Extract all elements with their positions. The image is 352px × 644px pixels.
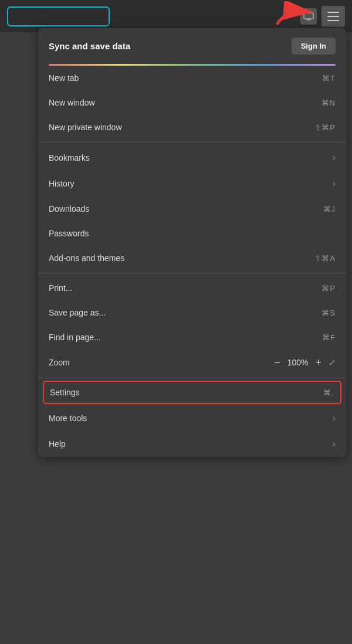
find-shortcut: ⌘F: [322, 333, 336, 342]
divider-2: [38, 273, 346, 273]
hamburger-button[interactable]: [321, 6, 345, 27]
more-tools-label: More tools: [49, 413, 87, 423]
settings-shortcut: ⌘,: [323, 388, 334, 397]
menu-item-bookmarks[interactable]: Bookmarks ›: [38, 145, 346, 171]
new-private-shortcut: ⇧⌘P: [314, 123, 336, 132]
new-tab-label: New tab: [49, 73, 79, 83]
new-private-label: New private window: [49, 123, 122, 132]
top-right-icons: [300, 6, 345, 27]
menu-item-print[interactable]: Print... ⌘P: [38, 276, 346, 300]
find-label: Find in page...: [49, 333, 101, 342]
hamburger-line-2: [327, 16, 339, 17]
save-page-shortcut: ⌘S: [321, 309, 336, 317]
addons-label: Add-ons and themes: [49, 253, 124, 263]
zoom-row: Zoom − 100% + ⤢: [38, 350, 346, 375]
zoom-label: Zoom: [49, 358, 70, 367]
zoom-increase-button[interactable]: +: [315, 357, 321, 368]
menu-item-new-window[interactable]: New window ⌘N: [38, 90, 346, 115]
browser-menu: Sync and save data Sign In New tab ⌘T Ne…: [38, 28, 346, 457]
menu-item-find[interactable]: Find in page... ⌘F: [38, 325, 346, 350]
zoom-value: 100%: [287, 358, 309, 367]
help-chevron-icon: ›: [333, 439, 336, 449]
passwords-label: Passwords: [49, 229, 89, 238]
sign-in-button[interactable]: Sign In: [292, 38, 336, 55]
divider-1: [38, 142, 346, 143]
menu-item-passwords[interactable]: Passwords: [38, 221, 346, 246]
hamburger-line-3: [327, 20, 339, 21]
new-window-label: New window: [49, 98, 95, 107]
menu-item-help[interactable]: Help ›: [38, 431, 346, 457]
menu-item-new-private-window[interactable]: New private window ⇧⌘P: [38, 115, 346, 140]
hamburger-line-1: [327, 12, 339, 13]
downloads-shortcut: ⌘J: [323, 205, 336, 213]
menu-item-new-tab[interactable]: New tab ⌘T: [38, 66, 346, 90]
sync-header: Sync and save data Sign In: [38, 28, 346, 64]
history-label: History: [49, 179, 75, 188]
zoom-expand-icon[interactable]: ⤢: [329, 358, 336, 367]
zoom-controls: − 100% + ⤢: [274, 357, 336, 368]
new-window-shortcut: ⌘N: [321, 99, 336, 107]
new-tab-shortcut: ⌘T: [322, 74, 336, 83]
downloads-label: Downloads: [49, 204, 89, 213]
print-shortcut: ⌘P: [321, 284, 336, 293]
bookmarks-label: Bookmarks: [49, 153, 90, 162]
divider-3: [38, 378, 346, 378]
zoom-decrease-button[interactable]: −: [274, 357, 280, 368]
menu-item-history[interactable]: History ›: [38, 171, 346, 196]
print-label: Print...: [49, 283, 72, 293]
bookmarks-chevron-icon: ›: [333, 152, 336, 163]
addons-shortcut: ⇧⌘A: [314, 254, 336, 263]
sync-title: Sync and save data: [49, 41, 130, 51]
more-tools-chevron-icon: ›: [333, 413, 336, 423]
settings-label: Settings: [50, 388, 80, 397]
save-page-label: Save page as...: [49, 308, 106, 317]
red-arrow-icon: [275, 1, 321, 28]
address-bar[interactable]: [7, 6, 110, 26]
menu-item-settings[interactable]: Settings ⌘,: [43, 381, 341, 404]
menu-item-more-tools[interactable]: More tools ›: [38, 405, 346, 431]
menu-item-save-page[interactable]: Save page as... ⌘S: [38, 300, 346, 325]
top-bar: [0, 0, 352, 32]
history-chevron-icon: ›: [333, 178, 336, 189]
help-label: Help: [49, 439, 66, 449]
menu-item-addons[interactable]: Add-ons and themes ⇧⌘A: [38, 246, 346, 270]
menu-item-downloads[interactable]: Downloads ⌘J: [38, 196, 346, 221]
